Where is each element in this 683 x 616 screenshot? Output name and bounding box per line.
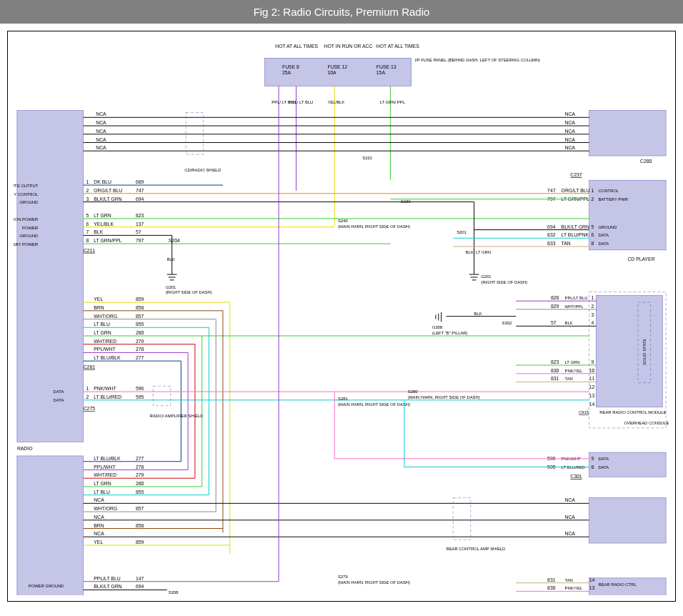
hot-all2-label: HOT AT ALL TIMES [377,44,419,49]
rm11-num: 831 [551,376,559,381]
s281-note: (MAIN HARN, RIGHT SIDE OF DASH) [338,402,410,407]
p6-c: YEL/BLK [94,222,114,227]
rm12-n: 12 [589,384,595,389]
s302-label: S302 [502,321,512,325]
nca-lr1: NCA [565,497,576,502]
rm2-c: WHT/PPL [565,304,584,309]
blk-ltgrn-wire: BLK/ LT GRN [466,250,491,254]
s201-label: S201 [457,230,467,234]
lw2-n: 278 [136,465,144,470]
lw7-c: WHT/ORG [94,506,117,511]
c211-label: C211 [84,248,96,253]
lw10-c: NCA [94,531,104,536]
cdp8-n: 8 [592,241,594,246]
p1-c: DK BLU [94,179,111,184]
amp-shield [153,386,170,405]
rm10-c: PNK/YEL [565,369,583,373]
p7-num: 57 [136,229,141,234]
lw5-n: 855 [136,490,144,495]
mw8-n: 277 [136,355,144,360]
c280-label: C280 [640,159,652,164]
nca-r4: NCA [565,137,576,142]
lw9-c: BRN [94,523,104,528]
g308-label: G308 [432,325,442,329]
rear-amp-shield [453,498,470,540]
cdp2-c: LT GRN/PPL [562,197,589,202]
nca-l1: NCA [96,111,106,116]
mw1-n: 859 [136,297,144,302]
data-label: DATA [54,389,64,394]
rc2-c: PNK/YEL [565,586,583,590]
ppl-ltblu-2: PPL/ LT BLU [289,100,314,104]
lw1-c: LT BLU/BLK [94,456,121,461]
mid-wires [84,302,589,361]
ip-panel-label: I/P FUSE PANEL (BEHIND DASH, LEFT OF STE… [415,58,541,62]
dw1-c: PNK/WHT [94,386,116,391]
c281-label: C281 [84,364,96,369]
nca-r1: NCA [565,111,576,116]
rear-ctrl-box [589,578,666,595]
lw8-c: NCA [94,515,104,520]
c301-label: C301 [570,474,582,479]
p5-n: 5 [86,213,89,218]
cd-player-name: CD PLAYER [627,257,654,262]
mw3-n: 857 [136,314,144,319]
rm10-n: 10 [589,368,595,373]
rm3-n: 3 [592,312,594,317]
lw2-c: PPL/WHT [94,465,116,470]
aux-label: AUXILIARY CONTROL [14,192,39,197]
dw2-n: 2 [86,394,89,399]
cdp2-l: BATTERY PWR [598,197,628,202]
nca-lr3: NCA [565,531,576,536]
fuse12-amp: 10A [327,70,336,75]
nca-lr2: NCA [565,515,576,520]
nca-r2: NCA [565,120,576,125]
p2-num: 747 [136,188,144,193]
fuse13-label: FUSE 13 [377,64,397,69]
mw6-n: 279 [136,339,144,344]
cdp2-num: 797 [547,197,556,202]
p5-num: 823 [136,213,144,218]
diagram-border: HOT AT ALL TIMES HOT IN RUN OR ACC HOT A… [7,31,676,602]
mw4-c: LT BLU [94,322,110,327]
p3-n: 3 [86,197,89,202]
mw6-c: WHT/RED [94,339,116,344]
mw4-n: 855 [136,322,144,327]
diagram-container: HOT AT ALL TIMES HOT IN RUN OR ACC HOT A… [0,24,683,609]
mw5-c: LT GRN [94,330,111,335]
cdp5-num: 694 [547,224,556,229]
rd1-num: 596 [547,456,556,461]
s280-note: (MAIN HARN, RIGHT SIDE OF DASH) [408,395,480,399]
rm2-n: 2 [592,304,594,309]
rc1-c: TAN [565,578,573,582]
fuse8-label: FUSE 8 [282,64,299,69]
rc2-n: 13 [589,585,595,590]
blk-label: BLK [474,312,482,316]
radio-name: RADIO [17,446,33,451]
mw8-c: LT BLU/BLK [94,355,121,360]
cdp6-n: 6 [592,232,594,237]
amp-shield-label: RADIO/ AMPLIFIER SHIELD [149,414,203,418]
rc2-num: 830 [547,585,556,590]
nca-l5: NCA [96,145,106,150]
nca-l2: NCA [96,120,106,125]
fuse13-amp: 15A [377,70,386,75]
rd1-n: 9 [592,456,594,461]
s280-label: S280 [408,389,418,394]
mute-label: MUTE OUTPUT [14,184,39,188]
rear-module-name: REAR RADIO CONTROL MODULE [599,410,666,414]
lw1-n: 277 [136,456,144,461]
cdp1-l: CONTROL [598,189,619,193]
cdp6-num: 832 [547,232,556,237]
mw7-n: 278 [136,347,144,352]
rear-ctrl-name: REAR RADIO CTRL [598,582,637,587]
nca-r3: NCA [565,129,576,134]
rm4-num: 57 [551,320,557,325]
s208-label: S208 [169,590,179,595]
lower-left-box [17,456,84,595]
svg-text:BLK: BLK [167,257,175,262]
bw2-c: BLK/LT GRN [94,584,121,589]
cdp5-c: BLK/LT GRN [562,224,589,229]
rd2-num: 595 [547,465,556,470]
p5-c: LT GRN [94,213,111,218]
